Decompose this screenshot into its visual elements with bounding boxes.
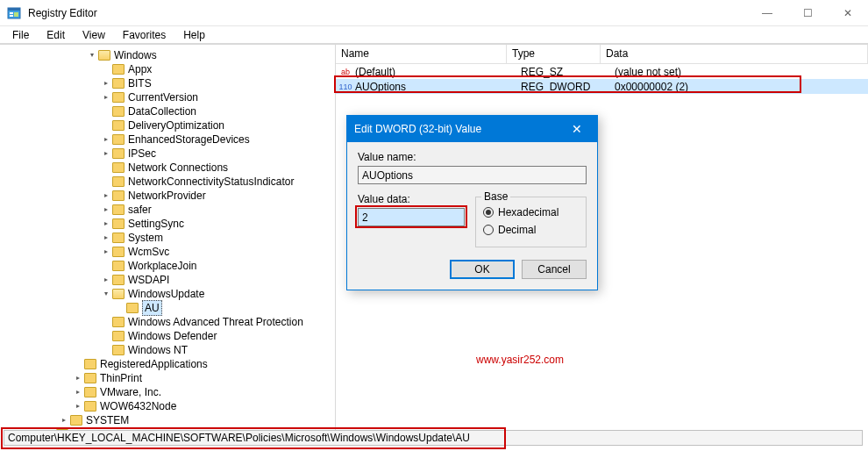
svg-rect-2 [10,12,13,14]
tree-label: Windows Defender [128,329,217,343]
folder-icon [112,162,125,173]
menu-file[interactable]: File [5,27,36,43]
menu-edit[interactable]: Edit [39,27,72,43]
tree-label: WorkplaceJoin [128,259,196,273]
expander-icon[interactable]: ▸ [102,191,110,200]
registry-tree: ▾WindowsAppx▸BITS▸CurrentVersionDataColl… [0,45,335,432]
col-type[interactable]: Type [507,45,601,63]
tree-item[interactable]: Appx [4,62,335,76]
radio-dec-label: Decimal [498,224,536,236]
spacer [102,261,110,270]
tree-item[interactable]: ▾WindowsUpdate [4,287,335,301]
tree-label: SettingSync [128,217,184,231]
cancel-button[interactable]: Cancel [522,260,587,279]
tree-item[interactable]: ▸CurrentVersion [4,90,335,104]
menu-help[interactable]: Help [176,27,212,43]
tree-item[interactable]: Network Connections [4,161,335,175]
expander-icon[interactable]: ▸ [102,233,110,242]
radio-hex[interactable]: Hexadecimal [483,204,579,220]
tree-label: Network Connections [128,161,228,175]
tree-item[interactable]: AU [4,301,335,315]
tree-item[interactable]: ▸ThinPrint [4,371,335,385]
col-data[interactable]: Data [601,45,868,63]
tree-item[interactable]: ▸IPSec [4,147,335,161]
tree-item[interactable]: ▸NetworkProvider [4,189,335,203]
minimize-button[interactable]: — [747,0,787,26]
menu-view[interactable]: View [75,27,112,43]
menu-favorites[interactable]: Favorites [116,27,173,43]
expander-icon[interactable]: ▸ [102,276,110,284]
tree-item[interactable]: Windows NT [4,343,335,357]
svg-rect-4 [14,12,18,17]
list-row[interactable]: ab(Default)REG_SZ(value not set) [336,64,868,79]
expander-icon[interactable]: ▸ [102,79,110,88]
tree-item[interactable]: Windows Defender [4,329,335,343]
tree-pane[interactable]: ▾WindowsAppx▸BITS▸CurrentVersionDataColl… [0,45,336,432]
tree-item[interactable]: ▸EnhancedStorageDevices [4,132,335,147]
tree-label: EnhancedStorageDevices [128,132,250,147]
spacer [74,360,82,369]
value-data-input[interactable] [358,208,465,226]
expander-icon[interactable]: ▸ [60,416,68,425]
col-name[interactable]: Name [336,45,507,63]
list-row[interactable]: 110AUOptionsREG_DWORD0x00000002 (2) [336,79,868,94]
close-button[interactable]: ✕ [828,0,868,26]
folder-icon [112,64,125,75]
expander-icon[interactable]: ▸ [102,205,110,214]
spacer [102,177,110,186]
expander-icon[interactable]: ▾ [102,290,110,298]
tree-item[interactable]: DataCollection [4,104,335,118]
folder-icon [70,415,82,426]
expander-icon[interactable]: ▸ [102,93,110,102]
cell-name: AUOptions [355,81,521,93]
folder-icon [112,190,125,201]
tree-item[interactable]: ▸SettingSync [4,217,335,231]
expander-icon[interactable]: ▸ [102,149,110,158]
radio-dec-dot [483,225,494,235]
tree-item[interactable]: ▸safer [4,203,335,217]
folder-icon [126,303,139,313]
list-header: Name Type Data [336,45,868,64]
spacer [102,163,110,172]
tree-label: DataCollection [128,104,196,118]
tree-item[interactable]: RegisteredApplications [4,357,335,371]
expander-icon[interactable]: ▸ [74,374,82,383]
tree-item[interactable]: ▸WcmSvc [4,245,335,259]
dialog-title-text: Edit DWORD (32-bit) Value [354,123,481,135]
ok-button[interactable]: OK [450,260,515,279]
tree-item[interactable]: ▾Windows [4,48,335,62]
tree-label: BITS [128,76,152,90]
tree-item[interactable]: DeliveryOptimization [4,118,335,132]
tree-item[interactable]: Windows Advanced Threat Protection [4,315,335,329]
dialog-titlebar[interactable]: Edit DWORD (32-bit) Value ✕ [347,116,597,142]
expander-icon[interactable]: ▸ [102,247,110,256]
tree-item[interactable]: ▸System [4,231,335,245]
radio-dec[interactable]: Decimal [483,222,579,238]
folder-icon [84,401,96,412]
tree-label: SYSTEM [86,413,129,427]
tree-item[interactable]: ▸VMware, Inc. [4,385,335,399]
dialog-close-icon[interactable]: ✕ [564,122,590,136]
maximize-button[interactable]: ☐ [787,0,828,26]
expander-icon[interactable]: ▸ [74,402,82,411]
folder-icon [84,373,96,383]
tree-item[interactable]: WorkplaceJoin [4,259,335,273]
folder-icon [112,78,125,89]
expander-icon[interactable]: ▸ [102,219,110,228]
tree-label: ThinPrint [100,371,142,385]
folder-icon [112,261,125,271]
tree-item[interactable]: ▸WOW6432Node [4,399,335,413]
expander-icon[interactable]: ▸ [102,135,110,144]
tree-item[interactable]: ▸WSDAPI [4,273,335,287]
expander-icon[interactable]: ▾ [88,51,96,60]
tree-item[interactable]: ▸SYSTEM [4,413,335,427]
spacer [102,318,110,326]
folder-icon [112,275,125,285]
value-name-input[interactable] [358,166,587,184]
expander-icon[interactable]: ▸ [74,388,82,397]
folder-icon [112,331,125,341]
tree-label: Windows Advanced Threat Protection [128,315,303,329]
tree-item[interactable]: NetworkConnectivityStatusIndicator [4,175,335,189]
tree-item[interactable]: ▸BITS [4,76,335,90]
tree-label: IPSec [128,147,156,161]
